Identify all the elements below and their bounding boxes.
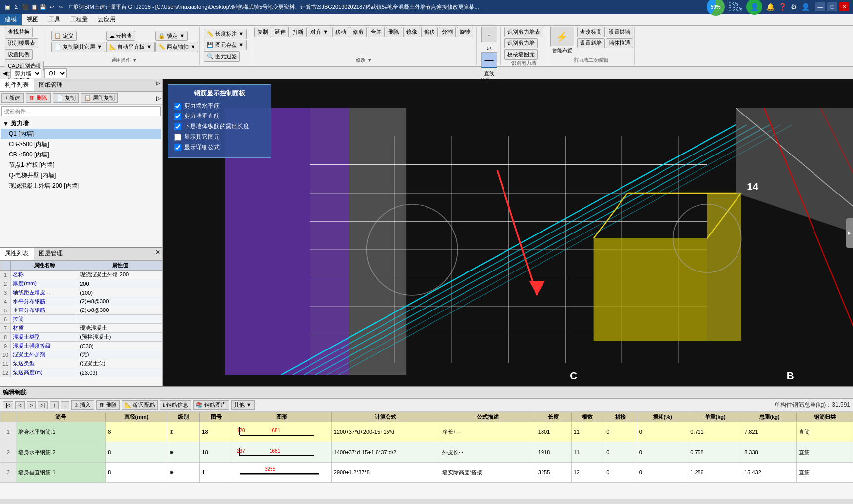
btn-merge[interactable]: 合并 bbox=[368, 27, 385, 37]
tree-item-outer-wall[interactable]: 现浇混凝土外墙-200 [内墙] bbox=[1, 181, 161, 191]
btn-rebar-info[interactable]: ℹ 钢筋信息 bbox=[160, 400, 191, 410]
rebar-diameter[interactable]: 8 bbox=[106, 442, 167, 463]
prop-value-cell[interactable]: (混凝土泵) bbox=[78, 359, 162, 368]
btn-layer-copy[interactable]: 📋 层间复制 bbox=[81, 93, 118, 103]
btn-prev[interactable]: < bbox=[15, 401, 24, 409]
btn-new-component[interactable]: + 新建 bbox=[1, 93, 24, 103]
win-max-button[interactable]: □ bbox=[827, 2, 837, 11]
menu-item-build[interactable]: 建模 bbox=[0, 14, 22, 25]
tab-layer-manage[interactable]: 图层管理 bbox=[34, 248, 68, 260]
prop-name-cell[interactable]: 混凝土外加剂 bbox=[11, 350, 78, 359]
rebar-grade[interactable]: ⊕ bbox=[167, 422, 200, 442]
prop-name-cell[interactable]: 厚度(mm) bbox=[11, 279, 78, 288]
btn-set-scale[interactable]: 设置比例 bbox=[5, 49, 33, 60]
btn-cloud-check[interactable]: ☁ 云检查 bbox=[106, 31, 135, 41]
rebar-bar-name[interactable]: 墙身水平钢筋.2 bbox=[16, 442, 106, 463]
btn-identify-wall[interactable]: 识别剪力墙 bbox=[504, 38, 538, 48]
btn-next[interactable]: > bbox=[27, 401, 36, 409]
prop-value-cell[interactable]: (预拌混凝土) bbox=[78, 333, 162, 342]
btn-delete[interactable]: 删除 bbox=[386, 27, 402, 37]
btn-auto-align[interactable]: 📐 自动平齐板 ▼ bbox=[106, 42, 155, 52]
search-input[interactable] bbox=[1, 106, 161, 116]
prop-name-cell[interactable]: 拉筋 bbox=[11, 315, 78, 324]
btn-set-slope[interactable]: 设置斜墙 bbox=[577, 38, 605, 48]
prop-value-cell[interactable]: (2)⊕8@300 bbox=[78, 297, 162, 306]
btn-other[interactable]: 其他 ▼ bbox=[231, 400, 255, 410]
btn-identify-wall-table[interactable]: 识别剪力墙表 bbox=[504, 27, 543, 37]
btn-find-replace[interactable]: 查找替换 bbox=[5, 27, 33, 37]
btn-first[interactable]: |< bbox=[3, 401, 13, 409]
win-min-button[interactable]: — bbox=[815, 2, 825, 11]
btn-align[interactable]: 对齐 ▼ bbox=[308, 27, 331, 37]
help-icon[interactable]: ❓ bbox=[778, 3, 787, 11]
panel-expand-btn[interactable]: ▷ bbox=[155, 79, 162, 91]
btn-copy[interactable]: 复制 bbox=[254, 27, 271, 37]
btn-line[interactable]: — bbox=[481, 52, 497, 68]
rebar-fig-num[interactable]: 1 bbox=[200, 463, 233, 483]
btn-filter-element[interactable]: 🔍 图元过滤 bbox=[204, 51, 240, 62]
btn-rotate[interactable]: 旋转 bbox=[457, 27, 473, 37]
rebar-checkbox-4[interactable] bbox=[174, 144, 181, 151]
rebar-bar-name[interactable]: 墙身水平钢筋.1 bbox=[16, 422, 106, 442]
btn-move[interactable]: 移动 bbox=[332, 27, 349, 37]
rebar-checkbox-1[interactable] bbox=[174, 113, 181, 120]
prop-value-cell[interactable]: 现浇混凝土外墙-200 bbox=[78, 271, 162, 279]
win-close-button[interactable]: ✕ bbox=[839, 2, 849, 11]
tab-component-list[interactable]: 构件列表 bbox=[0, 79, 34, 91]
btn-down[interactable]: ↓ bbox=[61, 401, 70, 409]
prop-name-cell[interactable]: 混凝土类型 bbox=[11, 333, 78, 342]
rebar-checkbox-0[interactable] bbox=[174, 103, 181, 110]
rebar-checkbox-3[interactable] bbox=[174, 134, 181, 141]
wall-name-select[interactable]: Q1 bbox=[44, 68, 67, 78]
btn-rebar-lib[interactable]: 📚 钢筋图库 bbox=[193, 400, 229, 410]
btn-aux-axis[interactable]: 📏 两点辅轴 ▼ bbox=[155, 42, 198, 52]
prop-name-cell[interactable]: 泵送高度(m) bbox=[11, 368, 78, 377]
menu-item-quantity[interactable]: 工程量 bbox=[65, 14, 93, 25]
tab-drawing-manage[interactable]: 图纸管理 bbox=[34, 79, 68, 91]
prop-value-cell[interactable]: (23.09) bbox=[78, 368, 162, 377]
rebar-bar-name[interactable]: 墙身垂直钢筋.1 bbox=[16, 463, 106, 483]
rebar-diameter[interactable]: 8 bbox=[106, 422, 167, 442]
btn-offset[interactable]: 偏移 bbox=[421, 27, 438, 37]
prop-name-cell[interactable]: 混凝土强度等级 bbox=[11, 342, 78, 350]
tree-root-shear-wall[interactable]: ▼ 剪力墙 bbox=[1, 118, 161, 129]
btn-check-elevation[interactable]: 查改标高 bbox=[577, 27, 605, 37]
viewport-right-handle[interactable]: ▶ bbox=[846, 218, 853, 248]
btn-save-element[interactable]: 💾 图元存盘 ▼ bbox=[204, 40, 247, 50]
tree-item-elevator[interactable]: Q-电梯井壁 [内墙] bbox=[1, 170, 161, 181]
btn-set-arch[interactable]: 设置拱墙 bbox=[606, 27, 633, 37]
tab-properties[interactable]: 属性列表 bbox=[0, 248, 34, 260]
btn-split[interactable]: 分割 bbox=[439, 27, 456, 37]
tree-item-cb500plus[interactable]: CB->500 [内墙] bbox=[1, 139, 161, 150]
btn-identify-floor[interactable]: 识别楼层表 bbox=[5, 38, 38, 48]
prop-name-cell[interactable]: 名称 bbox=[11, 271, 78, 279]
prop-name-cell[interactable]: 泵送类型 bbox=[11, 359, 78, 368]
win-controls[interactable]: — □ ✕ bbox=[815, 2, 849, 11]
rebar-fig-num[interactable]: 18 bbox=[200, 442, 233, 463]
sidebar-collapse-btn[interactable]: ◀ bbox=[3, 70, 7, 77]
prop-name-cell[interactable]: 轴线距左墙皮... bbox=[11, 288, 78, 297]
rebar-grade[interactable]: ⊕ bbox=[167, 442, 200, 463]
rebar-fig-num[interactable]: 18 bbox=[200, 422, 233, 442]
expand-icon[interactable]: ▷ bbox=[156, 95, 161, 102]
user-avatar[interactable]: 👤 bbox=[746, 0, 762, 15]
tree-item-cb500minus[interactable]: CB-<500 [内墙] bbox=[1, 150, 161, 160]
tree-item-jd1[interactable]: 节点1-栏板 [内墙] bbox=[1, 160, 161, 170]
btn-copy-component[interactable]: 📄 复制 bbox=[53, 93, 79, 103]
btn-scale-rebar[interactable]: 📐 缩尺配筋 bbox=[122, 400, 158, 410]
prop-value-cell[interactable]: (2)⊕8@300 bbox=[78, 306, 162, 315]
btn-delete-row[interactable]: 🗑 删除 bbox=[96, 400, 120, 410]
btn-smart-layout[interactable]: ⚡ bbox=[550, 27, 574, 46]
horizontal-scrollbar[interactable] bbox=[0, 499, 853, 504]
btn-up[interactable]: ↑ bbox=[50, 401, 59, 409]
btn-last[interactable]: >| bbox=[38, 401, 48, 409]
btn-trim[interactable]: 修剪 bbox=[350, 27, 367, 37]
btn-copy-layer[interactable]: 📄 复制到其它层 ▼ bbox=[51, 42, 105, 52]
notif-icon[interactable]: 🔔 bbox=[766, 3, 775, 11]
wall-type-select[interactable]: 剪力墙 bbox=[10, 68, 41, 78]
btn-lock[interactable]: 🔒 锁定 ▼ bbox=[155, 31, 188, 41]
btn-break[interactable]: 打断 bbox=[290, 27, 307, 37]
prop-name-cell[interactable]: 材质 bbox=[11, 324, 78, 333]
menu-item-view[interactable]: 视图 bbox=[22, 14, 43, 25]
prop-value-cell[interactable]: (无) bbox=[78, 350, 162, 359]
